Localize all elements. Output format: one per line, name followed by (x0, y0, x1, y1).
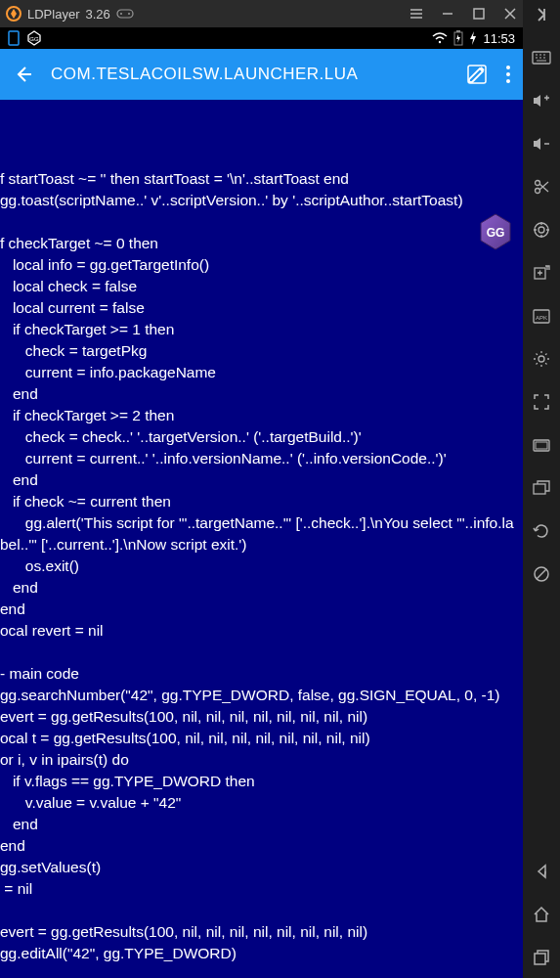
screenshot-icon[interactable] (531, 434, 552, 456)
add-screen-icon[interactable] (531, 262, 552, 284)
main-area: LDPlayer 3.26 GG (0, 0, 523, 978)
android-home-icon[interactable] (531, 904, 552, 925)
svg-point-7 (439, 41, 441, 43)
svg-point-11 (506, 66, 510, 69)
window-title: LDPlayer 3.26 (27, 7, 409, 22)
svg-rect-4 (474, 9, 484, 19)
gamepad-icon (116, 8, 134, 20)
svg-point-23 (538, 356, 544, 362)
volume-down-icon[interactable] (531, 133, 552, 155)
svg-text:GG: GG (29, 36, 39, 42)
rotate-icon[interactable] (531, 520, 552, 542)
android-back-icon[interactable] (531, 861, 552, 882)
svg-text:GG: GG (487, 226, 505, 240)
app-name: LDPlayer (27, 7, 79, 22)
fullscreen-icon[interactable] (531, 391, 552, 413)
code-text: f startToast ~= '' then startToast = '\n… (0, 147, 521, 964)
svg-rect-5 (9, 31, 19, 45)
emulator-sidebar: APK (523, 0, 560, 978)
bolt-icon (469, 31, 477, 45)
svg-point-12 (506, 72, 510, 76)
svg-point-19 (535, 223, 548, 237)
edit-icon[interactable] (466, 64, 488, 85)
keyboard-icon[interactable] (531, 47, 552, 68)
code-content[interactable]: f startToast ~= '' then startToast = '\n… (0, 100, 523, 978)
app-version: 3.26 (85, 7, 109, 22)
apk-icon[interactable]: APK (531, 305, 552, 327)
ldplayer-logo-icon (6, 6, 22, 22)
svg-rect-26 (534, 484, 545, 494)
svg-point-16 (536, 181, 540, 186)
no-rotate-icon[interactable] (531, 563, 552, 585)
clock-time: 11:53 (483, 31, 515, 46)
svg-point-18 (538, 227, 544, 233)
menu-icon[interactable] (409, 7, 423, 21)
location-icon[interactable] (531, 219, 552, 241)
window-titlebar: LDPlayer 3.26 (0, 0, 523, 27)
tablet-icon (8, 30, 20, 46)
svg-point-17 (536, 189, 540, 194)
gg-small-icon: GG (25, 29, 43, 47)
file-title: COM.TESLACOILSW.LAUNCHER.LUA (51, 65, 449, 84)
svg-rect-28 (535, 954, 545, 964)
wifi-icon (432, 32, 448, 44)
menu-dots-icon[interactable] (505, 65, 511, 84)
maximize-button[interactable] (472, 7, 486, 21)
close-button[interactable] (503, 7, 517, 21)
svg-rect-25 (536, 442, 547, 449)
scissors-icon[interactable] (531, 176, 552, 198)
volume-up-icon[interactable] (531, 90, 552, 111)
window-controls (409, 7, 517, 21)
window-stack-icon[interactable] (531, 477, 552, 499)
app-toolbar: COM.TESLACOILSW.LAUNCHER.LUA (0, 49, 523, 100)
android-recent-icon[interactable] (531, 947, 552, 968)
svg-text:APK: APK (536, 315, 547, 321)
svg-point-13 (506, 79, 510, 83)
back-arrow-icon[interactable] (12, 64, 33, 85)
svg-rect-9 (456, 30, 460, 32)
android-statusbar: GG 11:53 (0, 27, 523, 49)
gg-floating-icon[interactable]: GG (475, 168, 516, 209)
svg-rect-1 (117, 10, 133, 18)
collapse-icon[interactable] (531, 4, 552, 25)
battery-icon (453, 30, 463, 46)
svg-rect-10 (468, 66, 486, 83)
settings-icon[interactable] (531, 348, 552, 370)
svg-point-3 (128, 13, 130, 15)
minimize-button[interactable] (441, 7, 454, 21)
svg-point-2 (120, 13, 122, 15)
